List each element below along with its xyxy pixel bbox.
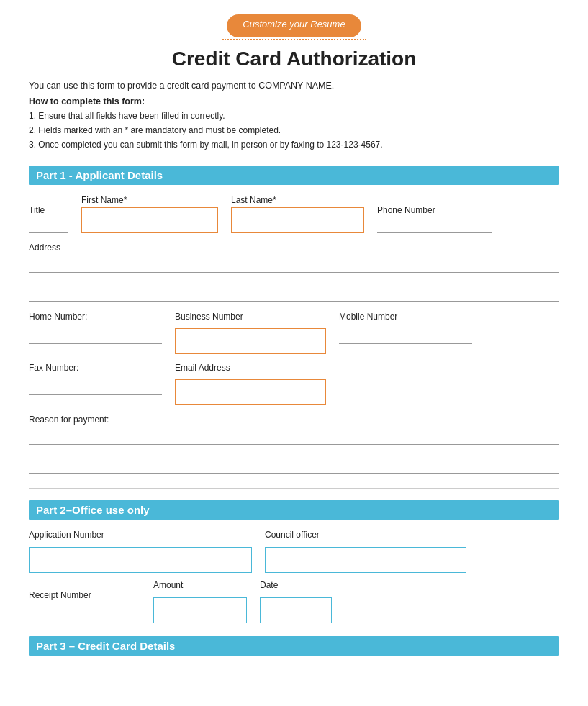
amount-group: Amount: [153, 580, 247, 623]
numbers-row: Home Number: Business Number Mobile Numb…: [29, 312, 559, 354]
title-input[interactable]: [29, 217, 68, 233]
receipt-number-input[interactable]: [29, 607, 140, 623]
reason-input-1[interactable]: [29, 429, 559, 445]
first-name-label: First Name*: [81, 195, 218, 205]
first-name-input[interactable]: [81, 207, 218, 233]
fax-label: Fax Number:: [29, 363, 162, 373]
mobile-label: Mobile Number: [339, 312, 472, 322]
mobile-group: Mobile Number: [339, 312, 472, 344]
fax-group: Fax Number:: [29, 363, 162, 395]
last-name-group: Last Name*: [231, 195, 364, 233]
home-input[interactable]: [29, 328, 162, 344]
date-group: Date: [260, 580, 332, 623]
form-title: Credit Card Authorization: [29, 47, 559, 71]
how-to-title: How to complete this form:: [29, 96, 559, 107]
receipt-number-label: Receipt Number: [29, 590, 140, 600]
address-input-1[interactable]: [29, 257, 559, 273]
email-group: Email Address: [175, 363, 326, 405]
council-officer-group: Council officer: [265, 530, 466, 573]
home-group: Home Number:: [29, 312, 162, 344]
title-group: Title: [29, 205, 68, 233]
home-label: Home Number:: [29, 312, 162, 322]
address-label: Address: [29, 243, 60, 253]
reason-label: Reason for payment:: [29, 415, 109, 425]
fax-input[interactable]: [29, 379, 162, 395]
council-officer-input[interactable]: [265, 547, 466, 573]
app-number-group: Application Number: [29, 530, 252, 573]
email-input[interactable]: [175, 379, 326, 405]
part1-header: Part 1 - Applicant Details: [29, 166, 559, 185]
part2-section: Application Number Council officer Recei…: [29, 530, 559, 623]
address-area: Address: [29, 242, 559, 302]
phone-label: Phone Number: [377, 205, 492, 215]
part1-section: Title First Name* Last Name* Phone Numbe…: [29, 195, 559, 474]
instruction-1: 1. Ensure that all fields have been fill…: [29, 109, 559, 123]
mobile-input[interactable]: [339, 328, 472, 344]
customize-resume-button[interactable]: Customize your Resume: [227, 14, 361, 37]
business-input[interactable]: [175, 328, 326, 354]
date-label: Date: [260, 580, 332, 590]
fax-email-row: Fax Number: Email Address: [29, 363, 559, 405]
how-to-section: How to complete this form: 1. Ensure tha…: [29, 96, 559, 153]
part2-header: Part 2–Office use only: [29, 500, 559, 520]
amount-input[interactable]: [153, 597, 247, 623]
section-divider: [29, 488, 559, 489]
first-name-group: First Name*: [81, 195, 218, 233]
reason-input-2[interactable]: [29, 458, 559, 474]
council-officer-label: Council officer: [265, 530, 466, 540]
reason-area: Reason for payment:: [29, 414, 559, 474]
date-input[interactable]: [260, 597, 332, 623]
intro-text: You can use this form to provide a credi…: [29, 81, 559, 91]
title-label: Title: [29, 205, 68, 215]
instruction-3: 3. Once completed you can submit this fo…: [29, 138, 559, 152]
app-council-row: Application Number Council officer: [29, 530, 559, 573]
business-label: Business Number: [175, 312, 326, 322]
phone-input[interactable]: [377, 217, 492, 233]
last-name-input[interactable]: [231, 207, 364, 233]
amount-label: Amount: [153, 580, 247, 590]
address-input-2[interactable]: [29, 286, 559, 302]
app-number-input[interactable]: [29, 547, 252, 573]
phone-group: Phone Number: [377, 205, 492, 233]
receipt-amount-date-row: Receipt Number Amount Date: [29, 580, 559, 623]
receipt-number-group: Receipt Number: [29, 590, 140, 623]
name-row: Title First Name* Last Name* Phone Numbe…: [29, 195, 559, 233]
business-group: Business Number: [175, 312, 326, 354]
instruction-2: 2. Fields marked with an * are mandatory…: [29, 124, 559, 137]
last-name-label: Last Name*: [231, 195, 364, 205]
app-number-label: Application Number: [29, 530, 252, 540]
email-label: Email Address: [175, 363, 326, 373]
part3-header: Part 3 – Credit Card Details: [29, 636, 559, 656]
